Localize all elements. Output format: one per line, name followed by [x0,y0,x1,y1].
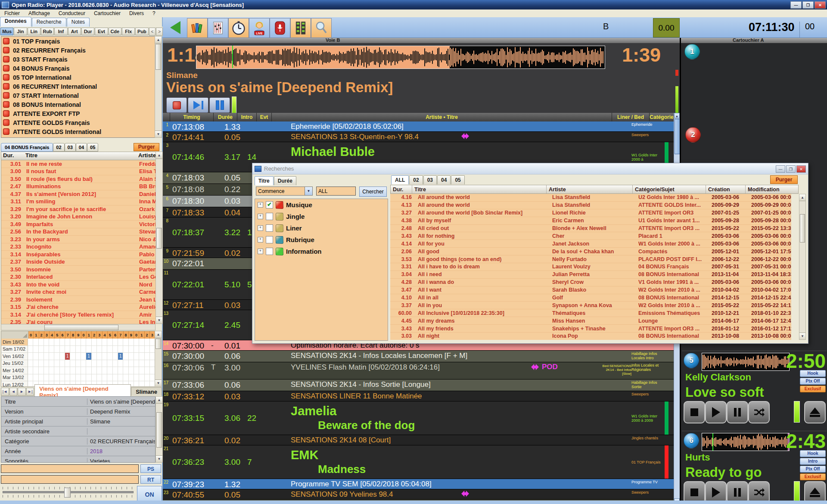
result-row[interactable]: 3.37All in youSynapson + Anna KovaW2 Gol… [390,302,791,309]
back-button[interactable] [165,18,185,37]
track-row[interactable]: 3.27Invite chez moiCarme [1,289,155,296]
tree-checkbox[interactable] [266,213,273,220]
calendar-cell[interactable] [97,339,102,346]
tree-expander-icon[interactable]: + [258,237,263,243]
match-mode-select[interactable]: Commence ▼ [256,187,313,196]
calendar-cell[interactable] [113,360,118,367]
type-subtab[interactable]: Art [68,28,81,35]
results-column[interactable]: Création [706,185,746,193]
calendar-cell[interactable] [123,339,128,346]
type-subtab[interactable]: Cde [109,28,121,35]
calendar-cell[interactable] [134,367,139,374]
subtab-scroll-left[interactable]: < [149,28,156,36]
calendar-cell[interactable] [102,353,107,360]
waveform-main[interactable] [196,46,605,69]
calendar-cell[interactable] [123,360,128,367]
calendar-cell[interactable] [134,353,139,360]
menu-item[interactable]: Conducteur [54,10,90,16]
tree-checkbox[interactable] [266,224,273,232]
close-button[interactable]: ✕ [815,1,826,9]
calendar-cell[interactable] [33,360,38,367]
calendar-cell[interactable] [81,346,86,353]
result-tab[interactable]: 03 [423,175,437,184]
calendar-cell[interactable] [49,367,54,374]
library-button[interactable] [187,18,208,38]
track-row[interactable]: 3.43Into the voidNord [1,281,155,289]
calendar-cell[interactable] [107,346,112,353]
calendar-cell[interactable] [76,374,81,382]
calendar-cell[interactable] [139,367,144,374]
type-subtab[interactable]: Rub [41,28,54,35]
calendar-cell[interactable] [60,346,65,353]
calendar-cell[interactable] [70,367,75,374]
calendar-cell[interactable] [134,374,139,382]
result-tab[interactable]: ALL [391,175,409,184]
cart-slot-2[interactable]: 2 [685,127,701,143]
browser-minitab[interactable]: 05 [87,143,98,152]
calendar-cell[interactable] [145,346,150,353]
calendar-cell[interactable] [70,339,75,346]
calendar-cell[interactable] [139,381,144,387]
calendar-cell[interactable] [107,339,112,346]
calendar-cell[interactable] [76,346,81,353]
browser-scrollbar[interactable]: ▲ ▼ [155,152,163,324]
rt-button[interactable]: RT [140,475,161,484]
calendar-cell[interactable] [97,360,102,367]
results-scrollbar[interactable]: ▲ ▼ [799,194,806,340]
cart-hook-button[interactable]: Hook [800,370,826,377]
ps-input[interactable] [1,464,139,473]
calendar-cell[interactable] [92,353,97,360]
result-tab[interactable]: 05 [451,175,464,184]
track-row[interactable]: 2.35J'ai couruLes Inr [1,319,155,324]
calendar-cell[interactable] [60,360,65,367]
next-tab-button[interactable]: ► [18,388,26,396]
type-subtab[interactable]: Dur [81,28,94,35]
calendar-cell[interactable] [39,346,44,353]
menu-item[interactable]: ? [148,10,160,16]
combo-arrow-icon[interactable]: ▼ [305,187,312,195]
cartwall-button[interactable] [290,18,311,38]
calendar-cell[interactable] [139,360,144,367]
tree-expander-icon[interactable]: + [258,214,263,219]
type-subtab[interactable]: Evt [95,28,108,35]
result-row[interactable]: 4.16All around the worldLisa StansfieldU… [390,194,791,202]
calendar-cell[interactable] [76,353,81,360]
calendar-cell[interactable] [60,367,65,374]
calendar-cell[interactable] [81,374,86,382]
menu-item[interactable]: Affichage [24,10,54,16]
track-row[interactable]: 3.15J'ai chercheAurelie [1,304,155,311]
playlist-row[interactable]: 2007:36:210.02SENSATIONS 2K14 08 [Court]… [163,435,674,445]
col-artiste-titre[interactable]: Artiste • Titre [272,113,612,121]
calendar-cell[interactable] [39,374,44,382]
calendar-cell[interactable] [70,353,75,360]
tree-expander-icon[interactable]: + [258,225,263,231]
calendar-cell[interactable] [28,346,33,353]
prev-tab-button[interactable]: ◄ [9,388,18,396]
calendar-cell[interactable] [92,367,97,374]
calendar-cell[interactable] [107,353,112,360]
cart-pause-button[interactable] [727,401,748,423]
calendar-cell[interactable] [113,367,118,374]
calendar-cell[interactable] [54,339,59,346]
rt-input[interactable] [1,475,139,484]
col-liner[interactable]: Liner / Bed [612,113,650,121]
calendar-cell[interactable] [28,367,33,374]
result-row[interactable]: 2.48All cried outBlonde + Alex NewellATT… [390,225,791,233]
calendar-cell[interactable] [54,353,59,360]
dialog-tab[interactable]: Titre [255,176,274,185]
browser-minitab[interactable]: 04 [76,143,87,152]
type-subtab[interactable]: Jin [14,28,27,35]
playlist-row[interactable]: 107:13:081.33Ephemeride [05/02/2018 05:0… [163,121,674,132]
result-row[interactable]: 3.53All good things (come to an end)Nell… [390,255,791,263]
search-button[interactable] [311,18,332,38]
calendar-cell[interactable] [123,367,128,374]
track-row[interactable]: 3.11I'm smilingInna M [1,198,155,206]
type-subtab[interactable]: Flx [122,28,135,35]
calendar-mark[interactable]: 1 [118,353,123,360]
column-dur[interactable]: Dur. [1,152,25,160]
result-row[interactable]: 3.43All for nothingCherPlacard 12005-03-… [390,232,791,240]
calendar-cell[interactable] [81,339,86,346]
menu-item[interactable]: Divers [125,10,148,16]
panel-tab[interactable]: Recherche [32,18,66,27]
calendar-cell[interactable] [118,367,123,374]
